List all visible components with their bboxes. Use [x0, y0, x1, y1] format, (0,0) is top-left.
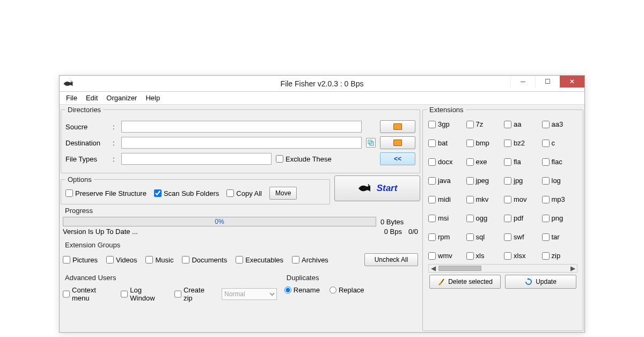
progress-bar: 0%: [63, 217, 376, 226]
extension-docx[interactable]: docx: [428, 158, 464, 166]
extension-xls[interactable]: xls: [466, 252, 502, 260]
horizontal-scrollbar[interactable]: ◀ ▶: [428, 264, 577, 273]
advanced-legend: Advanced Users: [63, 274, 118, 282]
extension-3gp[interactable]: 3gp: [428, 120, 464, 128]
duplicates-legend: Duplicates: [284, 274, 321, 282]
options-legend: Options: [65, 175, 94, 184]
executables-check[interactable]: Executables: [236, 256, 283, 264]
move-button[interactable]: Move: [269, 187, 297, 200]
broom-icon: [437, 278, 445, 285]
extension-tar[interactable]: tar: [542, 233, 578, 241]
archives-check[interactable]: Archives: [292, 256, 328, 264]
extension-groups: Extension Groups Pictures Videos Music D…: [61, 241, 420, 272]
replace-radio[interactable]: Replace: [330, 286, 364, 294]
menu-organizer[interactable]: Organizer: [103, 93, 140, 103]
extension-wmv[interactable]: wmv: [428, 252, 464, 260]
delete-selected-button[interactable]: Delete selected: [429, 275, 501, 289]
log-window-check[interactable]: Log Window: [121, 286, 166, 302]
extension-zip[interactable]: zip: [542, 252, 578, 260]
pictures-check[interactable]: Pictures: [63, 256, 98, 264]
copyall-check[interactable]: Copy All: [226, 189, 262, 197]
directories-group: Directories Soucre : Destination :: [61, 106, 420, 173]
filetypes-label: File Types: [65, 155, 108, 163]
scroll-left-arrow[interactable]: ◀: [429, 265, 437, 272]
browse-destination-button[interactable]: [380, 136, 415, 149]
minimize-button[interactable]: ─: [510, 76, 535, 87]
menu-edit[interactable]: Edit: [83, 93, 101, 103]
menu-file[interactable]: File: [63, 93, 80, 103]
source-input[interactable]: [121, 121, 362, 133]
uncheck-all-button[interactable]: Uncheck All: [364, 253, 418, 266]
titlebar: File Fisher v2.0.3 : 0 Bps ─ ☐ ✕: [60, 76, 584, 92]
svg-line-2: [441, 279, 444, 283]
maximize-button[interactable]: ☐: [535, 76, 560, 87]
extension-bat[interactable]: bat: [428, 139, 464, 147]
videos-check[interactable]: Videos: [106, 256, 137, 264]
extension-midi[interactable]: midi: [428, 195, 464, 203]
progress-bytes: 0 Bytes: [380, 218, 418, 226]
fish-icon: [63, 79, 74, 88]
extension-swf[interactable]: swf: [504, 233, 540, 241]
extension-mkv[interactable]: mkv: [466, 195, 502, 203]
left-panel: Directories Soucre : Destination :: [61, 106, 420, 331]
scansub-check[interactable]: Scan Sub Folders: [154, 189, 219, 197]
scroll-thumb[interactable]: [438, 266, 481, 271]
progress-legend: Progress: [63, 207, 95, 215]
music-check[interactable]: Music: [145, 256, 173, 264]
update-button[interactable]: Update: [505, 275, 576, 289]
extension-bmp[interactable]: bmp: [466, 139, 502, 147]
exclude-check[interactable]: Exclude These: [276, 155, 332, 163]
extensions-grid: 3gp7zaaaa3batbmpbz2cdocxexeflaflacjavajp…: [427, 117, 579, 263]
extension-ogg[interactable]: ogg: [466, 214, 502, 222]
browse-source-button[interactable]: [380, 120, 415, 133]
menubar: File Edit Organizer Help: [60, 92, 584, 105]
window-controls: ─ ☐ ✕: [510, 76, 584, 87]
duplicates-group: Duplicates Rename Replace: [282, 274, 420, 307]
extension-mp3[interactable]: mp3: [542, 195, 578, 203]
extension-pdf[interactable]: pdf: [504, 214, 540, 222]
extension-exe[interactable]: exe: [466, 158, 502, 166]
extension-fla[interactable]: fla: [504, 158, 540, 166]
start-button[interactable]: Start: [334, 175, 420, 201]
close-button[interactable]: ✕: [560, 76, 584, 87]
options-group: Options Preserve File Structure Scan Sub…: [61, 175, 330, 204]
extension-jpg[interactable]: jpg: [504, 177, 540, 185]
extension-mov[interactable]: mov: [504, 195, 540, 203]
preserve-check[interactable]: Preserve File Structure: [65, 189, 147, 197]
rename-radio[interactable]: Rename: [284, 286, 320, 294]
documents-check[interactable]: Documents: [182, 256, 227, 264]
refresh-icon: [525, 278, 532, 285]
compression-select[interactable]: Normal: [222, 288, 277, 300]
scroll-right-arrow[interactable]: ▶: [568, 265, 577, 272]
extension-sql[interactable]: sql: [466, 233, 502, 241]
app-icon: [63, 78, 74, 89]
extension-png[interactable]: png: [542, 214, 578, 222]
extension-bz2[interactable]: bz2: [504, 139, 540, 147]
progress-bps: 0 Bps: [384, 228, 402, 236]
extension-c[interactable]: c: [542, 139, 578, 147]
context-menu-check[interactable]: Context menu: [63, 286, 112, 302]
extension-jpeg[interactable]: jpeg: [466, 177, 502, 185]
extensions-group: Extensions 3gp7zaaaa3batbmpbz2cdocxexefl…: [422, 106, 583, 331]
extension-aa3[interactable]: aa3: [542, 120, 578, 128]
swap-button[interactable]: [366, 138, 376, 148]
source-label: Soucre: [65, 123, 108, 131]
extension-flac[interactable]: flac: [542, 158, 578, 166]
extension-7z[interactable]: 7z: [466, 120, 502, 128]
destination-label: Destination: [65, 139, 108, 147]
extension-rpm[interactable]: rpm: [428, 233, 464, 241]
directories-legend: Directories: [65, 106, 103, 114]
destination-input[interactable]: [121, 137, 362, 149]
swap-icon: [368, 140, 374, 146]
extension-aa[interactable]: aa: [504, 120, 540, 128]
progress-count: 0/0: [408, 228, 418, 236]
filetypes-input[interactable]: [121, 153, 272, 165]
menu-help[interactable]: Help: [142, 93, 163, 103]
extension-xlsx[interactable]: xlsx: [504, 252, 540, 260]
create-zip-check[interactable]: Create zip: [174, 286, 213, 302]
collapse-button[interactable]: <<: [380, 152, 415, 165]
folder-icon: [393, 140, 402, 146]
extension-log[interactable]: log: [542, 177, 578, 185]
extension-msi[interactable]: msi: [428, 214, 464, 222]
extension-java[interactable]: java: [428, 177, 464, 185]
